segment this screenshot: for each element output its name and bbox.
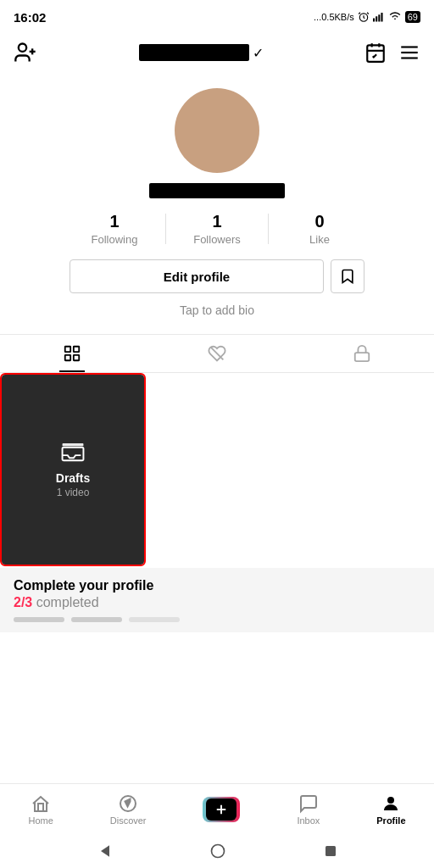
content-tabs (0, 335, 434, 373)
progress-label-text: completed (36, 595, 99, 609)
status-icons: ...0.5KB/s 69 (314, 11, 420, 23)
bottom-nav: Home Discover Inbox (0, 783, 434, 834)
android-home-button[interactable] (209, 843, 226, 860)
nav-profile[interactable]: Profile (376, 793, 405, 826)
svg-marker-27 (101, 845, 109, 856)
network-speed: ...0.5KB/s (314, 12, 354, 22)
content-grid: Drafts 1 video (0, 373, 434, 566)
drafts-subtitle: 1 video (57, 487, 90, 498)
tab-videos[interactable] (0, 335, 145, 372)
add-user-button[interactable] (14, 41, 37, 64)
plus-icon (214, 802, 229, 817)
nav-username-area[interactable]: ✓ (139, 44, 264, 61)
username-redacted (149, 183, 285, 198)
status-bar: 16:02 ...0.5KB/s 69 (0, 0, 434, 31)
svg-point-28 (212, 845, 225, 858)
tab-private[interactable] (289, 335, 434, 372)
grid-icon (63, 344, 81, 363)
discover-icon (118, 793, 138, 814)
drafts-card[interactable]: Drafts 1 video (2, 375, 144, 565)
nav-profile-label: Profile (376, 815, 405, 826)
progress-dot-3 (129, 617, 180, 622)
home-icon (31, 793, 51, 814)
profile-section: 1 Following 1 Followers 0 Like Edit prof… (0, 75, 434, 334)
svg-rect-20 (354, 353, 369, 361)
square-icon (323, 843, 338, 859)
svg-rect-18 (74, 355, 79, 360)
svg-rect-21 (63, 443, 84, 446)
android-nav (0, 834, 434, 868)
edit-profile-button[interactable]: Edit profile (70, 259, 324, 293)
nav-inbox-label: Inbox (297, 815, 320, 826)
svg-rect-15 (65, 347, 70, 352)
android-recents-button[interactable] (323, 843, 338, 859)
svg-rect-3 (378, 14, 380, 21)
svg-rect-16 (74, 347, 79, 352)
svg-rect-1 (373, 18, 375, 21)
tab-liked[interactable] (145, 335, 290, 372)
profile-icon (381, 793, 401, 814)
bookmark-button[interactable] (331, 259, 364, 293)
likes-label: Like (309, 233, 330, 246)
inbox-icon (298, 793, 319, 814)
verified-icon: ✓ (253, 45, 264, 61)
svg-rect-17 (65, 355, 70, 360)
status-time: 16:02 (14, 10, 46, 25)
avatar (175, 88, 259, 173)
plus-inner (206, 798, 236, 821)
liked-icon (208, 344, 226, 363)
complete-profile-banner[interactable]: Complete your profile 2/3 completed (0, 568, 434, 632)
nav-right-icons (364, 42, 420, 64)
following-stat[interactable]: 1 Following (64, 212, 165, 246)
profile-buttons: Edit profile (0, 259, 434, 293)
nav-inbox[interactable]: Inbox (297, 793, 320, 826)
lock-icon (353, 344, 371, 363)
svg-rect-4 (381, 13, 382, 22)
nav-discover-label: Discover (110, 815, 147, 826)
plus-button[interactable] (203, 797, 240, 822)
svg-point-26 (387, 797, 394, 804)
followers-count: 1 (212, 212, 221, 231)
nav-home-label: Home (28, 815, 53, 826)
menu-button[interactable] (398, 42, 420, 64)
signal-icon (373, 11, 385, 23)
progress-dot-1 (14, 617, 64, 622)
complete-profile-progress: 2/3 completed (14, 595, 420, 610)
svg-rect-2 (376, 16, 377, 21)
progress-dot-2 (71, 617, 122, 622)
svg-point-5 (19, 44, 26, 52)
drafts-icon (59, 441, 86, 465)
followers-stat[interactable]: 1 Followers (166, 212, 268, 246)
complete-profile-title: Complete your profile (14, 578, 420, 593)
likes-stat[interactable]: 0 Like (269, 212, 370, 246)
progress-dots (14, 617, 420, 626)
battery-level: 69 (405, 11, 420, 23)
svg-rect-8 (367, 45, 384, 62)
nav-discover[interactable]: Discover (110, 793, 147, 826)
following-label: Following (92, 233, 138, 246)
nav-create[interactable] (203, 797, 240, 822)
top-nav: ✓ (0, 31, 434, 75)
circle-icon (209, 843, 226, 860)
progress-fraction: 2/3 (14, 595, 32, 609)
nav-username-redacted (139, 44, 249, 61)
nav-home[interactable]: Home (28, 793, 53, 826)
bio-placeholder[interactable]: Tap to add bio (180, 303, 254, 317)
back-icon (97, 843, 114, 860)
likes-count: 0 (314, 212, 324, 231)
followers-label: Followers (193, 233, 241, 246)
wifi-icon (388, 12, 402, 22)
following-count: 1 (109, 212, 119, 231)
alarm-icon (358, 11, 370, 23)
stats-row: 1 Following 1 Followers 0 Like (0, 212, 434, 246)
drafts-title: Drafts (56, 471, 90, 485)
calendar-button[interactable] (364, 42, 387, 64)
svg-rect-29 (326, 846, 336, 856)
android-back-button[interactable] (97, 843, 114, 860)
